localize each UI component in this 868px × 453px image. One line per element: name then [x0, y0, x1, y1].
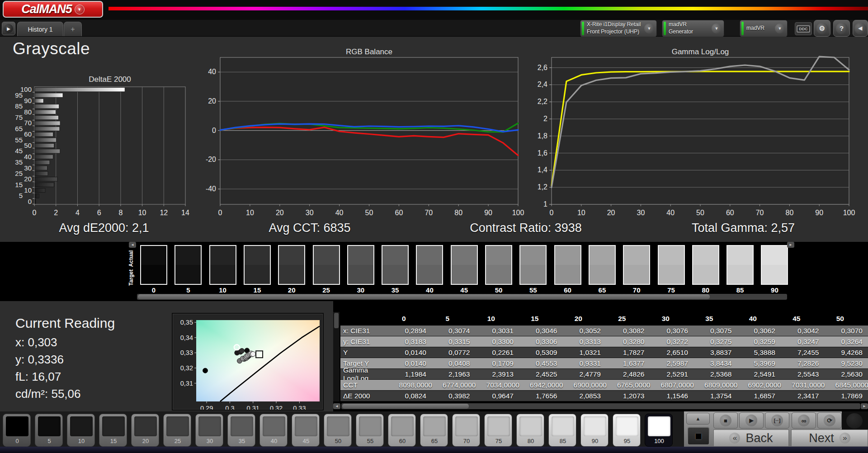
table-cell: 0,3062 — [743, 326, 787, 336]
stop-button[interactable]: ■ — [713, 412, 738, 429]
swatch-level-45 — [451, 245, 478, 285]
svg-text:-40: -40 — [206, 185, 216, 193]
meter-dropdown-arrow-icon[interactable]: ▼ — [644, 24, 654, 33]
patch-button-95[interactable]: 95 — [613, 414, 641, 447]
deltae-bar-0 — [35, 199, 36, 203]
refresh-button[interactable]: ⟳ — [817, 412, 842, 429]
patch-button-15[interactable]: 15 — [99, 414, 127, 447]
table-cell: 0,3275 — [699, 336, 743, 347]
table-cell: 7031,0000 — [787, 380, 830, 390]
next-button[interactable]: Next » — [791, 429, 868, 447]
svg-text:0,3: 0,3 — [225, 405, 234, 410]
patch-label-35: 35 — [228, 438, 256, 444]
calman-logo-menu[interactable]: CalMAN5 ▼ — [3, 1, 103, 18]
deltae-bar-100 — [35, 88, 125, 92]
patch-label-0: 0 — [3, 438, 31, 444]
swatch-label-25: 25 — [312, 286, 341, 294]
table-header-col-35: 35 — [688, 312, 731, 326]
table-cell: 9,5230 — [830, 358, 868, 368]
deltae-bar-45 — [35, 149, 60, 153]
patch-window-button[interactable]: ■ — [687, 427, 710, 445]
meter-dropdown[interactable]: X-Rite i1Display Retail Front Projector … — [580, 20, 657, 37]
patch-button-25[interactable]: 25 — [163, 414, 191, 447]
svg-text:0: 0 — [28, 198, 32, 205]
patch-button-40[interactable]: 40 — [259, 414, 288, 447]
table-scrollbar-left-arrow-icon[interactable]: ◄ — [333, 403, 340, 409]
play-button[interactable]: ▶ — [739, 412, 764, 429]
panel-toggle-button[interactable]: ▶ — [2, 22, 15, 35]
patch-button-5[interactable]: 5 — [35, 414, 63, 447]
patch-label-5: 5 — [35, 438, 63, 444]
svg-text:2: 2 — [543, 115, 547, 123]
swatch-scrollbar-right-arrow-icon[interactable]: ► — [787, 242, 794, 248]
swatch-level-20 — [278, 245, 305, 285]
svg-text:0,33: 0,33 — [180, 349, 193, 356]
display-dropdown[interactable]: madVR ▼ — [740, 20, 788, 37]
tab-history-1[interactable]: History 1 — [17, 22, 63, 36]
patch-button-20[interactable]: 20 — [131, 414, 159, 447]
table-cell: 2,6510 — [656, 347, 699, 358]
table-cell: 1,0321 — [568, 347, 612, 358]
add-tab-button[interactable]: + — [64, 22, 82, 36]
loop-button[interactable]: ∞ — [792, 412, 816, 429]
table-cell: 1,7827 — [612, 347, 656, 358]
table-scrollbar-right-arrow-icon[interactable]: ► — [861, 403, 868, 409]
patch-label-95: 95 — [613, 438, 641, 444]
play-icon: ▶ — [745, 415, 757, 426]
patch-button-35[interactable]: 35 — [227, 414, 255, 447]
patch-button-90[interactable]: 90 — [580, 414, 609, 447]
patch-label-55: 55 — [356, 438, 384, 444]
patch-button-0[interactable]: 0 — [3, 414, 31, 447]
help-button[interactable]: ? — [833, 20, 850, 37]
swatch-level-35 — [382, 245, 409, 285]
patch-button-85[interactable]: 85 — [548, 414, 576, 447]
source-dropdown[interactable]: madVR Generator ▼ — [662, 20, 724, 37]
display-dropdown-arrow-icon[interactable]: ▼ — [775, 24, 785, 33]
stat-avg-de2000: Avg dE2000: 2,1 — [0, 221, 208, 235]
patch-button-55[interactable]: 55 — [356, 414, 384, 447]
table-cell: 1,3754 — [699, 391, 743, 401]
patch-size-up-button[interactable]: ▲ — [686, 413, 710, 425]
patch-button-10[interactable]: 10 — [67, 414, 95, 447]
table-cell: 2,1963 — [438, 369, 481, 379]
table-row-label: x: CIE31 — [340, 326, 394, 336]
svg-text:35: 35 — [15, 158, 23, 166]
patch-button-70[interactable]: 70 — [452, 414, 480, 447]
table-cell: 0,3070 — [830, 326, 868, 336]
patch-button-75[interactable]: 75 — [484, 414, 512, 447]
table-scrollbar-thumb[interactable] — [342, 404, 469, 409]
patch-button-65[interactable]: 65 — [420, 414, 448, 447]
source-dropdown-arrow-icon[interactable]: ▼ — [712, 24, 722, 33]
infinity-icon: ∞ — [798, 415, 810, 426]
back-button[interactable]: « Back — [713, 429, 789, 447]
interval-icon: [··] — [771, 415, 783, 426]
swatch-scrollbar-thumb[interactable] — [138, 294, 710, 299]
collapse-panel-button[interactable]: ◀ — [853, 20, 868, 37]
svg-text:2,2: 2,2 — [538, 98, 547, 105]
table-vertical-scrollbar-thumb[interactable] — [334, 313, 339, 328]
svg-text:40: 40 — [24, 153, 32, 160]
patch-button-100[interactable]: 100 — [645, 414, 673, 447]
swatch-scrollbar-left-arrow-icon[interactable]: ◄ — [129, 242, 136, 248]
interval-button[interactable]: [··] — [765, 412, 789, 429]
patch-chip-45 — [295, 416, 317, 436]
patch-button-45[interactable]: 45 — [292, 414, 320, 447]
table-cell: 0,3272 — [656, 336, 699, 347]
ddc-control-button[interactable]: DDC — [795, 22, 812, 35]
current-reading-title: Current Reading — [15, 316, 115, 331]
svg-text:60: 60 — [24, 130, 32, 138]
swatch-level-30 — [347, 245, 374, 285]
patch-button-50[interactable]: 50 — [324, 414, 352, 447]
settings-button[interactable]: ⚙ — [814, 20, 830, 37]
stat-avg-cct: Avg CCT: 6835 — [206, 221, 414, 235]
table-cell: 0,3082 — [612, 326, 656, 336]
table-cell: 1,2073 — [612, 391, 656, 401]
patch-button-80[interactable]: 80 — [516, 414, 544, 447]
table-cell: 0,3046 — [525, 326, 569, 336]
patch-button-60[interactable]: 60 — [388, 414, 416, 447]
table-cell: 5,3969 — [743, 358, 787, 368]
logo-dropdown-arrow-icon[interactable]: ▼ — [75, 5, 85, 14]
patch-label-25: 25 — [164, 438, 192, 444]
swatch-level-55 — [519, 245, 547, 285]
patch-button-30[interactable]: 30 — [195, 414, 223, 447]
